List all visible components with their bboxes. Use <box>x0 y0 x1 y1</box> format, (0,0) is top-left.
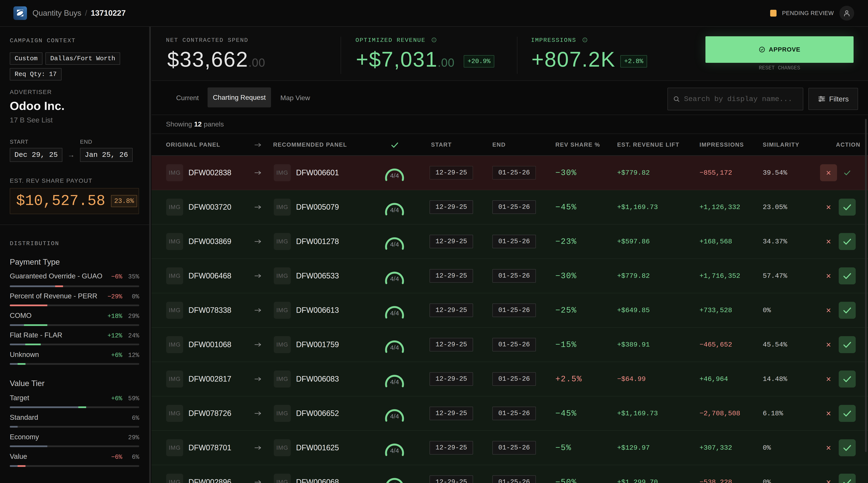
svg-text:4/4: 4/4 <box>390 344 399 351</box>
svg-text:4/4: 4/4 <box>390 413 399 420</box>
svg-text:4/4: 4/4 <box>390 172 399 179</box>
svg-text:4/4: 4/4 <box>390 379 399 385</box>
svg-text:4/4: 4/4 <box>390 310 399 316</box>
svg-text:4/4: 4/4 <box>390 482 399 483</box>
svg-text:4/4: 4/4 <box>390 275 399 282</box>
svg-text:4/4: 4/4 <box>390 447 399 454</box>
svg-text:4/4: 4/4 <box>390 241 399 248</box>
svg-text:4/4: 4/4 <box>390 207 399 213</box>
